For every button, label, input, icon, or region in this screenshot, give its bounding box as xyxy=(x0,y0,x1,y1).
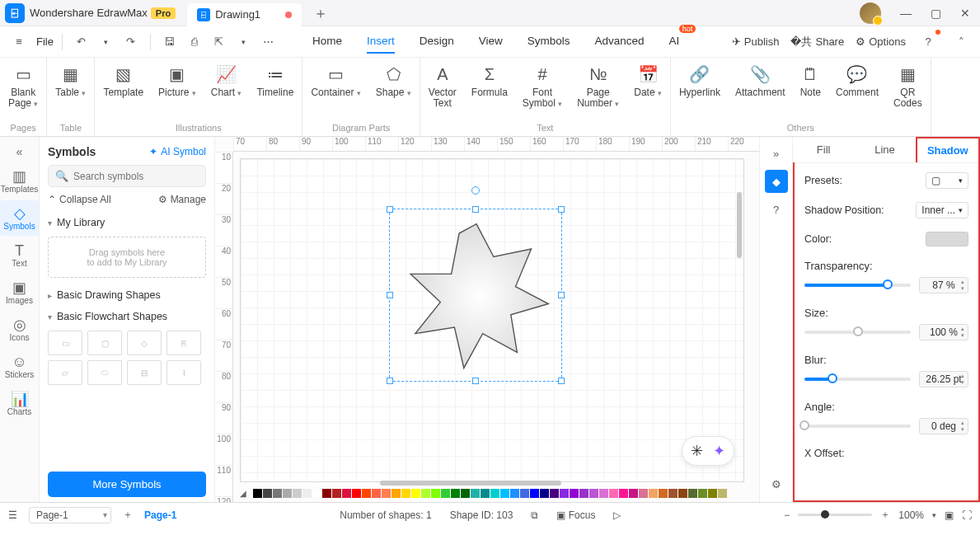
ribbon-container[interactable]: ▭Container ▾ xyxy=(311,63,360,98)
palette-swatch[interactable] xyxy=(649,489,658,498)
ribbon-date[interactable]: 📅Date ▾ xyxy=(634,63,662,98)
palette-swatch[interactable] xyxy=(619,489,628,498)
ribbon-hyperlink[interactable]: 🔗Hyperlink xyxy=(679,63,720,98)
help-tool-button[interactable]: ? xyxy=(765,198,788,221)
ribbon-note[interactable]: 🗒Note xyxy=(800,63,821,98)
scrollbar-horizontal[interactable] xyxy=(380,481,561,486)
maximize-button[interactable]: ▢ xyxy=(921,2,950,25)
resize-handle-tl[interactable] xyxy=(387,206,393,213)
scrollbar-vertical[interactable] xyxy=(737,192,742,258)
shape-stored[interactable]: ⌇ xyxy=(166,360,201,385)
palette-swatch[interactable] xyxy=(451,489,460,498)
shape-predefined[interactable]: ⊟ xyxy=(127,360,162,385)
palette-swatch[interactable] xyxy=(698,489,707,498)
my-library-dropzone[interactable]: Drag symbols hereto add to My Library xyxy=(48,237,206,278)
menu-insert[interactable]: Insert xyxy=(367,30,395,54)
collapse-left-rail[interactable]: « xyxy=(16,142,23,162)
palette-swatch[interactable] xyxy=(342,489,351,498)
shape-process[interactable]: ▭ xyxy=(48,331,82,355)
ribbon-chart[interactable]: 📈Chart ▾ xyxy=(211,63,242,98)
palette-swatch[interactable] xyxy=(382,489,391,498)
resize-handle-b[interactable] xyxy=(472,378,479,384)
palette-swatch[interactable] xyxy=(639,489,648,498)
palette-swatch[interactable] xyxy=(550,489,559,498)
manage-button[interactable]: ⚙ Manage xyxy=(158,194,206,205)
save-button[interactable]: 🖫 xyxy=(159,31,181,53)
palette-swatch[interactable] xyxy=(540,489,549,498)
palette-swatch[interactable] xyxy=(609,489,618,498)
brightness-icon[interactable]: ✳ xyxy=(691,442,703,460)
palette-swatch[interactable] xyxy=(461,489,470,498)
palette-swatch[interactable] xyxy=(510,489,519,498)
palette-swatch[interactable] xyxy=(678,489,687,498)
menu-view[interactable]: View xyxy=(479,30,503,54)
palette-swatch[interactable] xyxy=(401,489,410,498)
palette-swatch[interactable] xyxy=(302,489,312,498)
palette-swatch[interactable] xyxy=(283,489,292,498)
blur-slider[interactable] xyxy=(804,378,911,381)
palette-swatch[interactable] xyxy=(589,489,598,498)
palette-swatch[interactable] xyxy=(708,489,717,498)
options-button[interactable]: ⚙ Options xyxy=(856,35,906,48)
zoom-value[interactable]: 100% xyxy=(898,509,924,521)
menu-design[interactable]: Design xyxy=(420,30,454,54)
undo-dropdown[interactable]: ▾ xyxy=(96,31,117,53)
collapse-ribbon-button[interactable]: ˄ xyxy=(950,31,972,53)
shape-data[interactable]: ▱ xyxy=(48,360,82,385)
transparency-value[interactable]: 87 %▴▾ xyxy=(919,277,968,293)
search-input[interactable] xyxy=(73,171,199,182)
ribbon-blank-page[interactable]: ▭BlankPage ▾ xyxy=(8,63,38,109)
ai-symbol-button[interactable]: ✦ AI Symbol xyxy=(149,146,206,157)
help-button[interactable]: ? xyxy=(917,31,939,53)
zoom-slider[interactable] xyxy=(798,514,872,516)
leftrail-templates[interactable]: ▥Templates xyxy=(0,163,39,199)
prop-tab-fill[interactable]: Fill xyxy=(793,137,854,162)
size-value[interactable]: 100 %▴▾ xyxy=(919,324,968,340)
shape-rounded[interactable]: ▢ xyxy=(87,331,122,355)
ribbon-template[interactable]: ▧Template xyxy=(103,63,143,98)
section-basic-flowchart[interactable]: Basic Flowchart Shapes xyxy=(48,306,206,327)
palette-swatch[interactable] xyxy=(372,489,381,498)
palette-swatch[interactable] xyxy=(718,489,727,498)
expand-right-rail[interactable]: » xyxy=(765,142,788,165)
more-quick-button[interactable]: ⋯ xyxy=(258,31,279,53)
palette-swatch[interactable] xyxy=(322,489,331,498)
palette-swatch[interactable] xyxy=(471,489,480,498)
ribbon-font-symbol[interactable]: #FontSymbol ▾ xyxy=(523,63,562,109)
size-slider[interactable] xyxy=(804,331,911,334)
palette-swatch[interactable] xyxy=(273,489,282,498)
palette-swatch[interactable] xyxy=(520,489,529,498)
ribbon-page-number[interactable]: №PageNumber ▾ xyxy=(577,63,619,109)
zoom-dropdown[interactable]: ▾ xyxy=(932,511,936,519)
menu-home[interactable]: Home xyxy=(312,30,342,54)
presets-select[interactable]: ▢▾ xyxy=(926,172,968,189)
ribbon-picture[interactable]: ▣Picture ▾ xyxy=(158,63,196,98)
angle-value[interactable]: 0 deg▴▾ xyxy=(919,418,968,434)
palette-swatch[interactable] xyxy=(599,489,608,498)
palette-swatch[interactable] xyxy=(421,489,430,498)
ribbon-table[interactable]: ▦Table ▾ xyxy=(55,63,86,98)
close-window-button[interactable]: ✕ xyxy=(950,2,980,25)
ribbon-vector-text[interactable]: AVectorText xyxy=(429,63,457,109)
more-symbols-button[interactable]: More Symbols xyxy=(48,472,206,497)
menu-icon[interactable]: ≡ xyxy=(8,31,30,53)
leftrail-icons[interactable]: ◎Icons xyxy=(0,312,39,347)
focus-button[interactable]: ▣ Focus xyxy=(556,509,595,521)
section-basic-drawing[interactable]: Basic Drawing Shapes xyxy=(48,284,206,306)
undo-button[interactable]: ↶ xyxy=(71,31,92,53)
leftrail-symbols[interactable]: ◇Symbols xyxy=(0,200,39,236)
palette-swatch[interactable] xyxy=(312,489,321,498)
palette-swatch[interactable] xyxy=(668,489,678,498)
rotate-handle[interactable] xyxy=(471,186,480,195)
resize-handle-t[interactable] xyxy=(472,206,479,213)
palette-swatch[interactable] xyxy=(629,489,638,498)
palette-picker-icon[interactable]: ◢ xyxy=(240,489,249,498)
minimize-button[interactable]: — xyxy=(891,2,921,25)
outline-button[interactable]: ☰ xyxy=(8,509,17,521)
play-button[interactable]: ▷ xyxy=(613,509,621,521)
resize-handle-r[interactable] xyxy=(558,292,565,298)
palette-swatch[interactable] xyxy=(431,489,440,498)
ribbon-timeline[interactable]: ≔Timeline xyxy=(256,63,293,98)
resize-handle-br[interactable] xyxy=(558,378,565,384)
resize-handle-bl[interactable] xyxy=(387,378,393,384)
